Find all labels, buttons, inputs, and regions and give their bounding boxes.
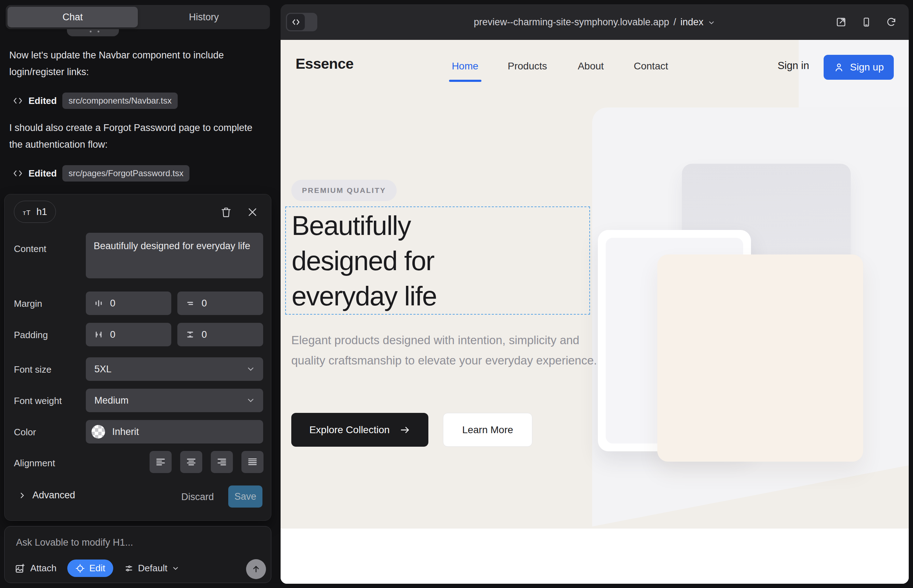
- padding-x-value: 0: [110, 329, 115, 340]
- advanced-toggle[interactable]: Advanced: [18, 490, 75, 501]
- content-label: Content: [14, 244, 46, 255]
- padding-x-input[interactable]: 0: [86, 323, 171, 346]
- sign-up-button[interactable]: Sign up: [824, 55, 894, 80]
- preview-url: preview--charming-site-symphony.lovable.…: [474, 17, 669, 28]
- padding-y-input[interactable]: 0: [177, 323, 263, 346]
- site-canvas: Essence Home Products About Contact Sign…: [281, 40, 909, 584]
- padding-horizontal-icon: [94, 330, 104, 339]
- chevron-down-icon: [707, 19, 716, 27]
- font-weight-value: Medium: [94, 395, 129, 406]
- model-mode-select[interactable]: Default: [124, 563, 180, 574]
- sliders-icon: [124, 564, 134, 573]
- chevron-down-icon: [246, 365, 255, 374]
- close-panel-button[interactable]: [245, 205, 260, 219]
- align-justify-button[interactable]: [241, 451, 264, 473]
- element-editor-panel: тT h1 Content Beautifully designed for e…: [4, 194, 271, 521]
- edited-label: Edited: [29, 95, 57, 107]
- margin-x-input[interactable]: 0: [86, 291, 171, 315]
- margin-y-input[interactable]: 0: [177, 291, 263, 315]
- padding-vertical-icon: [185, 330, 195, 339]
- hero-badge: PREMIUM QUALITY: [291, 180, 397, 201]
- active-nav-underline: [449, 80, 481, 82]
- user-icon: [834, 62, 844, 73]
- chevron-down-icon: [172, 564, 180, 572]
- explore-label: Explore Collection: [309, 424, 390, 436]
- code-icon: [13, 168, 23, 178]
- font-size-value: 5XL: [94, 364, 112, 375]
- element-tag-chip[interactable]: тT h1: [14, 201, 56, 223]
- margin-horizontal-icon: [94, 298, 104, 308]
- decor-card-cream: [657, 255, 863, 462]
- content-input[interactable]: Beautifully designed for everyday life: [86, 233, 263, 278]
- nav-link-products[interactable]: Products: [508, 60, 547, 72]
- font-size-label: Font size: [14, 364, 52, 375]
- advanced-label: Advanced: [32, 490, 75, 501]
- edit-mode-button[interactable]: Edit: [67, 559, 113, 577]
- site-navbar: Essence Home Products About Contact Sign…: [281, 40, 909, 95]
- align-left-button[interactable]: [149, 451, 172, 473]
- nav-link-contact[interactable]: Contact: [634, 60, 669, 72]
- preview-window: preview--charming-site-symphony.lovable.…: [281, 4, 909, 584]
- sign-up-label: Sign up: [850, 61, 884, 73]
- chat-history-tabbar: Chat History: [6, 5, 270, 29]
- typography-icon: тT: [23, 207, 31, 217]
- edited-label: Edited: [29, 168, 57, 179]
- prompt-input[interactable]: Ask Lovable to modify H1...: [16, 537, 133, 548]
- open-external-button[interactable]: [835, 16, 847, 28]
- chat-sidebar: Chat History Now let's update the Navbar…: [0, 0, 277, 588]
- tab-history[interactable]: History: [138, 5, 270, 29]
- attach-button[interactable]: Attach: [15, 563, 57, 574]
- edited-file-chip[interactable]: src/pages/ForgotPassword.tsx: [62, 165, 189, 181]
- assistant-message: Now let's update the Navbar component to…: [9, 47, 261, 81]
- save-button[interactable]: Save: [228, 486, 262, 507]
- font-size-select[interactable]: 5XL: [86, 357, 263, 381]
- edit-label: Edit: [89, 563, 105, 574]
- arrow-up-icon: [251, 564, 261, 574]
- discard-button[interactable]: Discard: [181, 490, 214, 504]
- alignment-label: Alignment: [14, 458, 55, 469]
- chevron-right-icon: [18, 491, 26, 499]
- preview-toolbar: preview--charming-site-symphony.lovable.…: [281, 4, 909, 40]
- margin-vertical-icon: [185, 298, 195, 308]
- mobile-view-button[interactable]: [861, 16, 872, 28]
- chevron-down-icon: [246, 396, 255, 405]
- url-bar[interactable]: preview--charming-site-symphony.lovable.…: [281, 4, 909, 40]
- site-logo[interactable]: Essence: [296, 55, 354, 72]
- learn-more-button[interactable]: Learn More: [443, 413, 533, 447]
- hero-heading[interactable]: Beautifully designed for everyday life: [291, 208, 437, 313]
- margin-x-value: 0: [110, 298, 115, 309]
- page-name: index: [680, 17, 704, 28]
- align-center-button[interactable]: [180, 451, 202, 473]
- explore-collection-button[interactable]: Explore Collection: [291, 413, 428, 447]
- path-separator: /: [673, 17, 676, 28]
- color-label: Color: [14, 427, 36, 438]
- prompt-input-card[interactable]: Ask Lovable to modify H1... Attach Edit …: [4, 526, 271, 583]
- nav-link-home[interactable]: Home: [452, 60, 479, 72]
- element-tag-label: h1: [36, 207, 47, 218]
- tab-chat[interactable]: Chat: [8, 7, 138, 27]
- margin-label: Margin: [14, 298, 42, 309]
- padding-label: Padding: [14, 330, 48, 341]
- transparency-swatch-icon: [92, 425, 105, 438]
- refresh-button[interactable]: [886, 17, 897, 27]
- align-right-button[interactable]: [211, 451, 233, 473]
- selected-element-outline[interactable]: Beautifully designed for everyday life: [285, 207, 590, 315]
- font-weight-label: Font weight: [14, 396, 62, 407]
- hero-description: Elegant products designed with intention…: [291, 330, 615, 370]
- attach-label: Attach: [30, 563, 57, 574]
- edited-file-chip[interactable]: src/components/Navbar.tsx: [62, 92, 177, 109]
- sign-in-link[interactable]: Sign in: [778, 60, 809, 71]
- next-section: [281, 528, 909, 584]
- nav-link-about[interactable]: About: [578, 60, 604, 72]
- delete-element-button[interactable]: [219, 205, 233, 219]
- edited-file-row: Edited src/components/Navbar.tsx: [13, 92, 178, 110]
- target-icon: [75, 564, 85, 573]
- font-weight-select[interactable]: Medium: [86, 389, 263, 412]
- color-select[interactable]: Inherit: [86, 420, 263, 444]
- mode-label: Default: [138, 563, 167, 574]
- color-value: Inherit: [112, 426, 139, 438]
- margin-y-value: 0: [202, 298, 207, 309]
- send-button[interactable]: [246, 559, 266, 579]
- padding-y-value: 0: [202, 329, 207, 340]
- edited-file-row: Edited src/pages/ForgotPassword.tsx: [13, 165, 189, 182]
